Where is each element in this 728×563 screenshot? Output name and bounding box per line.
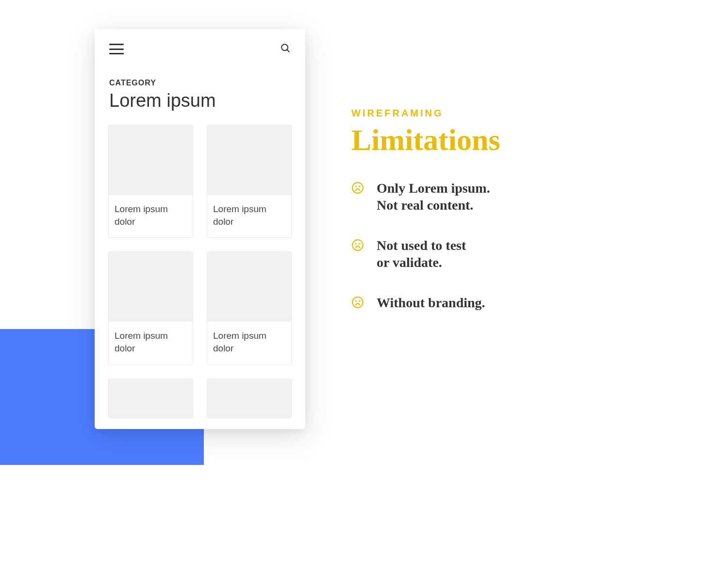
page-title: Lorem ipsum (109, 90, 291, 111)
wireframe-card[interactable]: Lorem ipsum dolor (207, 251, 292, 364)
svg-point-10 (359, 301, 360, 301)
text-panel: WIREFRAMING Limitations Only Lorem ipsum… (351, 108, 623, 334)
frown-icon (351, 296, 364, 309)
card-grid: Lorem ipsum dolor Lorem ipsum dolor Lore… (95, 125, 305, 418)
svg-point-2 (352, 182, 363, 193)
wireframe-card[interactable]: Lorem ipsum dolor (108, 125, 193, 238)
wireframe-card[interactable]: Lorem ipsum dolor (207, 125, 292, 238)
card-label: Lorem ipsum dolor (109, 195, 193, 237)
svg-point-4 (359, 186, 360, 187)
card-image-placeholder (207, 252, 291, 322)
card-image-placeholder (207, 125, 291, 195)
limitation-text: Only Lorem ipsum. Not real content. (377, 180, 490, 214)
limitation-item: Not used to test or validate. (351, 237, 623, 271)
card-image-placeholder (109, 379, 193, 418)
wireframe-card[interactable] (207, 379, 292, 418)
phone-title-block: CATEGORY Lorem ipsum (95, 55, 305, 125)
card-label: Lorem ipsum dolor (109, 322, 193, 364)
card-image-placeholder (109, 125, 193, 195)
eyebrow-label: WIREFRAMING (351, 108, 623, 119)
svg-point-9 (356, 301, 356, 301)
limitation-item: Without branding. (351, 294, 623, 311)
svg-line-1 (287, 50, 289, 52)
frown-icon (351, 239, 364, 251)
wireframe-card[interactable] (108, 379, 193, 418)
wireframe-phone-mockup: CATEGORY Lorem ipsum Lorem ipsum dolor L… (95, 29, 305, 429)
panel-heading: Limitations (351, 123, 623, 157)
svg-point-5 (352, 240, 363, 250)
category-label: CATEGORY (109, 79, 291, 87)
svg-point-6 (356, 244, 356, 244)
limitation-text: Without branding. (377, 294, 485, 311)
svg-point-7 (359, 244, 360, 244)
limitation-item: Only Lorem ipsum. Not real content. (351, 180, 623, 214)
wireframe-card[interactable]: Lorem ipsum dolor (108, 251, 193, 364)
svg-point-3 (356, 186, 356, 187)
frown-icon (351, 182, 364, 194)
limitation-text: Not used to test or validate. (377, 237, 466, 271)
card-label: Lorem ipsum dolor (207, 195, 291, 237)
phone-header (95, 29, 305, 55)
card-image-placeholder (207, 379, 291, 418)
hamburger-icon[interactable] (109, 44, 124, 54)
search-icon[interactable] (280, 43, 291, 55)
svg-point-8 (352, 297, 363, 308)
card-label: Lorem ipsum dolor (207, 322, 291, 364)
card-image-placeholder (109, 252, 193, 322)
